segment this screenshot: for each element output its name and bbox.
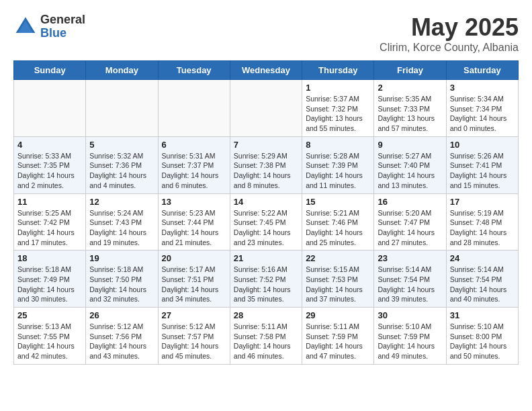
calendar-day-cell: 1Sunrise: 5:37 AMSunset: 7:32 PMDaylight… (302, 80, 374, 137)
calendar-day-cell (86, 80, 158, 137)
calendar-day-cell: 4Sunrise: 5:33 AMSunset: 7:35 PMDaylight… (14, 136, 86, 193)
day-number: 25 (17, 310, 82, 320)
day-info: Sunrise: 5:16 AMSunset: 7:52 PMDaylight:… (234, 265, 298, 304)
day-number: 18 (17, 253, 82, 263)
month-title: May 2025 (380, 13, 519, 42)
day-number: 31 (450, 310, 515, 320)
calendar-day-cell: 5Sunrise: 5:32 AMSunset: 7:36 PMDaylight… (86, 136, 158, 193)
page-header: General Blue May 2025 Clirim, Korce Coun… (13, 13, 519, 54)
day-info: Sunrise: 5:37 AMSunset: 7:32 PMDaylight:… (306, 94, 370, 134)
day-number: 27 (162, 310, 226, 320)
calendar-week-row: 18Sunrise: 5:18 AMSunset: 7:49 PMDayligh… (14, 250, 519, 308)
day-info: Sunrise: 5:10 AMSunset: 7:59 PMDaylight:… (378, 322, 442, 361)
day-info: Sunrise: 5:28 AMSunset: 7:39 PMDaylight:… (306, 151, 370, 191)
calendar-week-row: 25Sunrise: 5:13 AMSunset: 7:55 PMDayligh… (14, 308, 519, 365)
calendar-header-row: SundayMondayTuesdayWednesdayThursdayFrid… (14, 61, 519, 80)
day-info: Sunrise: 5:15 AMSunset: 7:53 PMDaylight:… (306, 265, 370, 304)
day-header-sunday: Sunday (14, 61, 86, 80)
day-number: 29 (306, 310, 370, 320)
day-number: 24 (450, 253, 515, 263)
day-number: 9 (378, 140, 442, 150)
day-info: Sunrise: 5:31 AMSunset: 7:37 PMDaylight:… (162, 151, 226, 191)
calendar-day-cell: 16Sunrise: 5:20 AMSunset: 7:47 PMDayligh… (374, 193, 446, 250)
calendar-day-cell: 13Sunrise: 5:23 AMSunset: 7:44 PMDayligh… (158, 193, 230, 250)
day-number: 23 (378, 253, 442, 263)
day-info: Sunrise: 5:35 AMSunset: 7:33 PMDaylight:… (378, 94, 442, 134)
calendar-day-cell: 15Sunrise: 5:21 AMSunset: 7:46 PMDayligh… (302, 193, 374, 250)
day-number: 20 (162, 253, 226, 263)
day-info: Sunrise: 5:12 AMSunset: 7:56 PMDaylight:… (89, 322, 154, 361)
day-number: 17 (450, 197, 515, 207)
calendar-day-cell (230, 80, 302, 137)
day-number: 15 (306, 197, 370, 207)
day-number: 6 (162, 140, 226, 150)
day-number: 5 (89, 140, 154, 150)
day-info: Sunrise: 5:22 AMSunset: 7:45 PMDaylight:… (234, 208, 298, 248)
calendar-day-cell: 12Sunrise: 5:24 AMSunset: 7:43 PMDayligh… (86, 193, 158, 250)
calendar-day-cell (158, 80, 230, 137)
calendar-table: SundayMondayTuesdayWednesdayThursdayFrid… (13, 60, 519, 365)
logo-blue-text: Blue (40, 27, 85, 40)
calendar-day-cell: 17Sunrise: 5:19 AMSunset: 7:48 PMDayligh… (446, 193, 518, 250)
day-info: Sunrise: 5:32 AMSunset: 7:36 PMDaylight:… (89, 151, 154, 191)
day-info: Sunrise: 5:27 AMSunset: 7:40 PMDaylight:… (378, 151, 442, 191)
day-info: Sunrise: 5:10 AMSunset: 8:00 PMDaylight:… (450, 322, 515, 361)
calendar-day-cell: 25Sunrise: 5:13 AMSunset: 7:55 PMDayligh… (14, 308, 86, 365)
calendar-week-row: 1Sunrise: 5:37 AMSunset: 7:32 PMDaylight… (14, 80, 519, 137)
day-header-monday: Monday (86, 61, 158, 80)
day-info: Sunrise: 5:11 AMSunset: 7:59 PMDaylight:… (306, 322, 370, 361)
calendar-day-cell: 29Sunrise: 5:11 AMSunset: 7:59 PMDayligh… (302, 308, 374, 365)
day-info: Sunrise: 5:29 AMSunset: 7:38 PMDaylight:… (234, 151, 298, 191)
title-block: May 2025 Clirim, Korce County, Albania (380, 13, 519, 54)
day-number: 8 (306, 140, 370, 150)
day-number: 19 (89, 253, 154, 263)
day-info: Sunrise: 5:12 AMSunset: 7:57 PMDaylight:… (162, 322, 226, 361)
day-header-tuesday: Tuesday (158, 61, 230, 80)
day-info: Sunrise: 5:17 AMSunset: 7:51 PMDaylight:… (162, 265, 226, 304)
calendar-day-cell: 8Sunrise: 5:28 AMSunset: 7:39 PMDaylight… (302, 136, 374, 193)
day-number: 7 (234, 140, 298, 150)
calendar-day-cell: 22Sunrise: 5:15 AMSunset: 7:53 PMDayligh… (302, 250, 374, 308)
calendar-day-cell: 7Sunrise: 5:29 AMSunset: 7:38 PMDaylight… (230, 136, 302, 193)
day-info: Sunrise: 5:14 AMSunset: 7:54 PMDaylight:… (450, 265, 515, 304)
day-info: Sunrise: 5:33 AMSunset: 7:35 PMDaylight:… (17, 151, 82, 191)
day-info: Sunrise: 5:24 AMSunset: 7:43 PMDaylight:… (89, 208, 154, 248)
day-info: Sunrise: 5:25 AMSunset: 7:42 PMDaylight:… (17, 208, 82, 248)
day-header-friday: Friday (374, 61, 446, 80)
day-info: Sunrise: 5:19 AMSunset: 7:48 PMDaylight:… (450, 208, 515, 248)
calendar-day-cell: 10Sunrise: 5:26 AMSunset: 7:41 PMDayligh… (446, 136, 518, 193)
calendar-day-cell: 27Sunrise: 5:12 AMSunset: 7:57 PMDayligh… (158, 308, 230, 365)
location-subtitle: Clirim, Korce County, Albania (380, 42, 519, 54)
calendar-day-cell: 23Sunrise: 5:14 AMSunset: 7:54 PMDayligh… (374, 250, 446, 308)
calendar-day-cell: 21Sunrise: 5:16 AMSunset: 7:52 PMDayligh… (230, 250, 302, 308)
logo: General Blue (13, 13, 85, 40)
day-header-wednesday: Wednesday (230, 61, 302, 80)
day-info: Sunrise: 5:21 AMSunset: 7:46 PMDaylight:… (306, 208, 370, 248)
day-number: 14 (234, 197, 298, 207)
day-info: Sunrise: 5:23 AMSunset: 7:44 PMDaylight:… (162, 208, 226, 248)
day-number: 13 (162, 197, 226, 207)
day-number: 30 (378, 310, 442, 320)
day-info: Sunrise: 5:20 AMSunset: 7:47 PMDaylight:… (378, 208, 442, 248)
day-info: Sunrise: 5:14 AMSunset: 7:54 PMDaylight:… (378, 265, 442, 304)
calendar-day-cell: 19Sunrise: 5:18 AMSunset: 7:50 PMDayligh… (86, 250, 158, 308)
day-number: 1 (306, 83, 370, 93)
calendar-day-cell: 3Sunrise: 5:34 AMSunset: 7:34 PMDaylight… (446, 80, 518, 137)
day-info: Sunrise: 5:18 AMSunset: 7:49 PMDaylight:… (17, 265, 82, 304)
day-number: 3 (450, 83, 515, 93)
day-info: Sunrise: 5:13 AMSunset: 7:55 PMDaylight:… (17, 322, 82, 361)
day-number: 12 (89, 197, 154, 207)
calendar-week-row: 4Sunrise: 5:33 AMSunset: 7:35 PMDaylight… (14, 136, 519, 193)
calendar-day-cell: 18Sunrise: 5:18 AMSunset: 7:49 PMDayligh… (14, 250, 86, 308)
day-number: 4 (17, 140, 82, 150)
calendar-day-cell: 28Sunrise: 5:11 AMSunset: 7:58 PMDayligh… (230, 308, 302, 365)
day-number: 26 (89, 310, 154, 320)
calendar-day-cell: 6Sunrise: 5:31 AMSunset: 7:37 PMDaylight… (158, 136, 230, 193)
calendar-day-cell: 14Sunrise: 5:22 AMSunset: 7:45 PMDayligh… (230, 193, 302, 250)
day-number: 16 (378, 197, 442, 207)
calendar-day-cell: 26Sunrise: 5:12 AMSunset: 7:56 PMDayligh… (86, 308, 158, 365)
day-header-thursday: Thursday (302, 61, 374, 80)
day-number: 2 (378, 83, 442, 93)
day-info: Sunrise: 5:34 AMSunset: 7:34 PMDaylight:… (450, 94, 515, 134)
day-info: Sunrise: 5:11 AMSunset: 7:58 PMDaylight:… (234, 322, 298, 361)
